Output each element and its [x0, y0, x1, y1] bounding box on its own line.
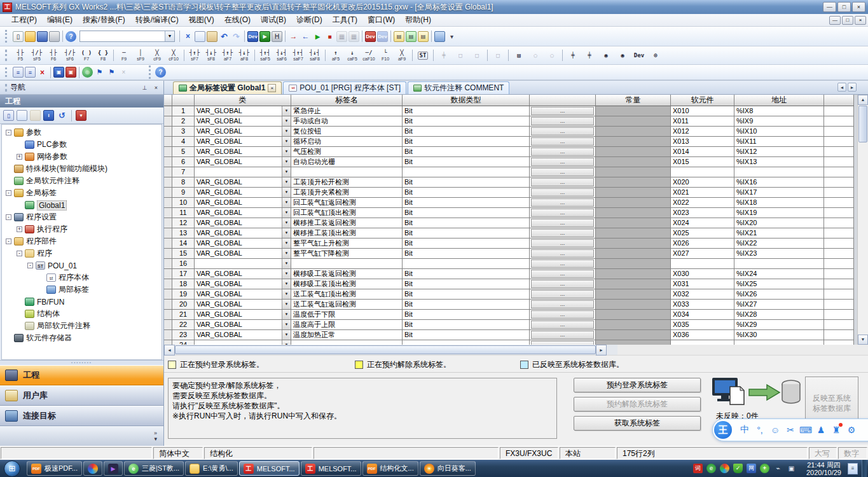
- ladder-symbol-icon[interactable]: ╳cF9: [149, 50, 165, 62]
- row-indicator[interactable]: [164, 310, 172, 320]
- address-cell[interactable]: %IX13: [734, 157, 824, 167]
- taskbar-app[interactable]: [83, 461, 102, 476]
- ladder-symbol-icon[interactable]: ╪: [582, 52, 597, 59]
- tab-document[interactable]: 软元件注释 COMMENT: [408, 81, 509, 94]
- comment-cell[interactable]: [824, 177, 854, 188]
- data-type-browse-button[interactable]: ...: [531, 209, 594, 217]
- data-type-browse-button[interactable]: ...: [531, 127, 594, 135]
- data-type-cell[interactable]: Bit: [403, 269, 530, 279]
- tray-document-icon[interactable]: ≡: [848, 463, 858, 474]
- label-name-cell[interactable]: 工装顶升夹紧检测: [291, 188, 403, 198]
- tree-item[interactable]: st程序本体: [2, 272, 162, 284]
- filter-icon[interactable]: ▾: [76, 110, 86, 121]
- device-cell[interactable]: X026: [671, 238, 734, 249]
- device-cell[interactable]: X033: [671, 300, 734, 310]
- row-number[interactable]: 8: [172, 177, 195, 188]
- menu-item[interactable]: 调试(B): [256, 13, 291, 27]
- data-type-cell[interactable]: Bit: [403, 218, 530, 228]
- nav-splitter[interactable]: ••••••••: [0, 360, 163, 365]
- vertical-scrollbar[interactable]: ▲ ▼: [857, 95, 868, 345]
- row-number[interactable]: 13: [172, 228, 195, 238]
- label-name-cell[interactable]: 整平气缸下降检测: [291, 249, 403, 259]
- class-cell[interactable]: VAR_GLOBAL▼: [195, 198, 291, 208]
- data-type-browse-button[interactable]: ...: [531, 158, 594, 166]
- class-cell[interactable]: VAR_GLOBAL▼: [195, 106, 291, 116]
- device-cell[interactable]: X020: [671, 177, 734, 188]
- statement-icon[interactable]: ▤: [394, 31, 404, 42]
- chevron-down-icon[interactable]: ▼: [282, 106, 291, 116]
- scroll-left-icon[interactable]: ◄: [164, 345, 175, 356]
- data-type-cell[interactable]: Bit: [403, 127, 530, 137]
- tree-item[interactable]: PLC参数: [2, 139, 162, 151]
- minimize-button[interactable]: —: [823, 2, 836, 12]
- class-cell[interactable]: VAR_GLOBAL▼: [195, 208, 291, 218]
- address-cell[interactable]: %IX19: [734, 208, 824, 218]
- ladder-symbol-icon[interactable]: ┤/├sF6: [62, 50, 78, 62]
- read-from-plc-icon[interactable]: ←: [300, 31, 311, 42]
- class-cell[interactable]: VAR_GLOBAL▼: [195, 228, 291, 238]
- comment-cell[interactable]: [824, 238, 854, 249]
- tray-network-icon[interactable]: ▣: [787, 464, 796, 473]
- class-cell[interactable]: VAR_GLOBAL▼: [195, 310, 291, 320]
- device-cell[interactable]: X034: [671, 310, 734, 320]
- label-name-cell[interactable]: 复位按钮: [291, 127, 403, 137]
- row-indicator[interactable]: [164, 320, 172, 330]
- data-type-cell[interactable]: Bit: [403, 177, 530, 188]
- row-number[interactable]: 18: [172, 279, 195, 289]
- device-cell[interactable]: X012: [671, 127, 734, 137]
- row-indicator[interactable]: [164, 208, 172, 218]
- class-cell[interactable]: ▼: [195, 167, 291, 177]
- data-type-browse-button[interactable]: ...: [531, 300, 594, 308]
- comment-cell[interactable]: [824, 147, 854, 157]
- row-number[interactable]: 11: [172, 208, 195, 218]
- data-type-browse-button[interactable]: ...: [531, 168, 594, 176]
- row-indicator[interactable]: [164, 340, 172, 345]
- comment-cell[interactable]: [824, 269, 854, 279]
- toolbar-combobox[interactable]: ▼: [79, 31, 175, 42]
- class-cell[interactable]: VAR_GLOBAL▼: [195, 289, 291, 300]
- class-cell[interactable]: VAR_GLOBAL▼: [195, 127, 291, 137]
- taskbar-app[interactable]: PDF极速PDF...: [27, 461, 82, 476]
- ladder-symbol-icon[interactable]: ◉: [598, 52, 614, 59]
- nav-close-icon[interactable]: ×: [151, 83, 161, 92]
- label-name-cell[interactable]: 横移吸工装返回检测: [291, 269, 403, 279]
- row-indicator[interactable]: [164, 106, 172, 116]
- ladder-symbol-icon[interactable]: ▤: [511, 52, 527, 59]
- tree-item[interactable]: FB/FUN: [2, 296, 162, 308]
- ime-settings-icon[interactable]: ⚙: [844, 425, 859, 435]
- device-cell[interactable]: X013: [671, 137, 734, 147]
- ladder-symbol-icon[interactable]: ST: [415, 52, 431, 60]
- address-cell[interactable]: [734, 340, 824, 345]
- data-type-cell[interactable]: Bit: [403, 300, 530, 310]
- tree-item[interactable]: -全局标签: [2, 187, 162, 199]
- chevron-down-icon[interactable]: ▼: [282, 127, 291, 136]
- write-to-plc-icon[interactable]: →: [288, 31, 299, 42]
- register-device-comment-icon[interactable]: ▣: [53, 67, 64, 78]
- open-file-icon[interactable]: [25, 31, 36, 42]
- chevron-down-icon[interactable]: ▼: [282, 208, 291, 218]
- class-cell[interactable]: VAR_GLOBAL▼: [195, 137, 291, 147]
- ladder-symbol-icon[interactable]: ─/caF10: [361, 50, 376, 62]
- new-declaration-before-icon[interactable]: ≡: [13, 67, 24, 78]
- data-type-browse-button[interactable]: ...: [531, 219, 594, 227]
- address-cell[interactable]: %IX25: [734, 279, 824, 289]
- address-cell[interactable]: %IX28: [734, 310, 824, 320]
- paste-icon[interactable]: [207, 31, 217, 42]
- ladder-symbol-icon[interactable]: ↑aF5: [328, 50, 343, 62]
- menu-item[interactable]: 搜索/替换(F): [78, 13, 130, 27]
- tree-item[interactable]: 全局软元件注释: [2, 175, 162, 187]
- row-indicator[interactable]: [164, 157, 172, 167]
- label-name-cell[interactable]: 循环启动: [291, 137, 403, 147]
- row-number[interactable]: 4: [172, 137, 195, 147]
- chevron-down-icon[interactable]: ▼: [165, 31, 174, 41]
- undo-icon[interactable]: ↶: [219, 31, 230, 42]
- tray-shield-icon[interactable]: ✓: [733, 464, 743, 473]
- ime-punct-icon[interactable]: °,: [752, 425, 768, 435]
- row-indicator[interactable]: [164, 147, 172, 157]
- mdi-close-button[interactable]: ×: [855, 16, 866, 25]
- row-indicator[interactable]: [164, 269, 172, 279]
- ladder-symbol-icon[interactable]: ─F9: [116, 50, 132, 62]
- import-label2-icon[interactable]: ⚑: [106, 67, 117, 78]
- taskbar-app[interactable]: ☀向日葵客...: [420, 461, 476, 476]
- taskbar-app[interactable]: ▶: [104, 461, 123, 476]
